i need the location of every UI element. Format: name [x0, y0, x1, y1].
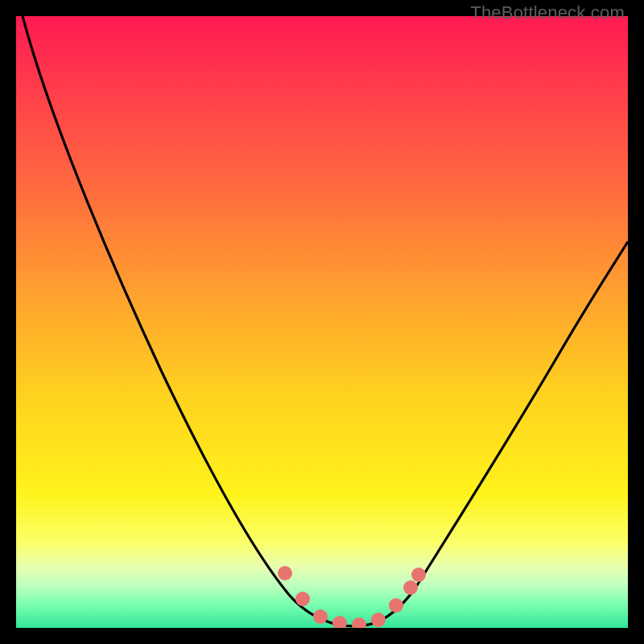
- marker-dot: [389, 598, 403, 613]
- watermark-text: TheBottleneck.com: [470, 2, 625, 23]
- marker-group: [278, 566, 426, 628]
- marker-dot: [332, 616, 347, 628]
- marker-dot: [371, 613, 386, 627]
- marker-dot: [411, 568, 426, 582]
- plot-area: [16, 16, 628, 628]
- marker-dot: [295, 592, 310, 606]
- bottleneck-curve: [23, 16, 628, 626]
- marker-dot: [313, 609, 328, 624]
- marker-dot: [352, 617, 366, 628]
- marker-dot: [403, 580, 418, 595]
- chart-frame: TheBottleneck.com: [0, 0, 644, 644]
- curve-layer: [16, 16, 628, 628]
- marker-dot: [278, 566, 292, 580]
